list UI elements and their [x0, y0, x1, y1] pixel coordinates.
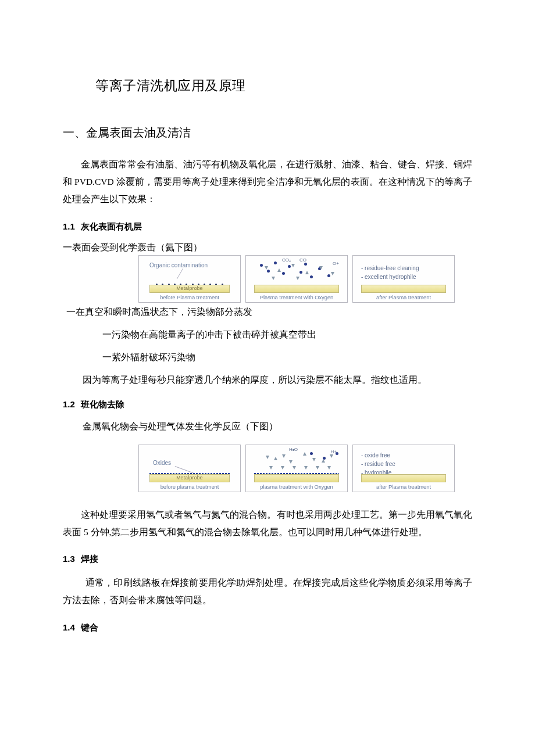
- fig2-panel-before: Oxides before plasma treatment: [138, 445, 241, 492]
- fig2-result-list: - oxide free - residue free - hydrophile: [361, 451, 395, 477]
- item-impact: 一污染物在高能量离子的冲击下被击碎并被真空带出: [102, 329, 472, 341]
- page-title: 等离子清洗机应用及原理: [95, 77, 472, 95]
- subheading-title: 焊接: [81, 554, 98, 565]
- fig2-caption-2: plasma treatment with Oxygen: [246, 484, 347, 490]
- particles: [254, 449, 339, 475]
- para-1-2-after-text: 这种处理要采用氢气或者氢气与氮气的混合物。有时也采用两步处理工艺。第一步先用氧气…: [63, 510, 472, 537]
- subheading-number: 1.3: [63, 554, 75, 565]
- metal-bar: [361, 285, 446, 293]
- subheading-1-4: 1.4 键合: [63, 622, 472, 633]
- intro-paragraph: 金属表面常常会有油脂、油污等有机物及氧化层，在进行溅射、油漆、粘合、键合、焊接、…: [63, 156, 472, 209]
- section-heading-1: 一、金属表面去油及清洁: [63, 125, 472, 141]
- fig1-panel-plasma: CO₂ CO O+ Plasma treatment with Oxygen: [245, 255, 348, 303]
- document-page: 等离子清洗机应用及原理 一、金属表面去油及清洁 金属表面常常会有油脂、油污等有机…: [0, 0, 535, 756]
- item-uv: 一紫外辐射破坏污染物: [102, 352, 472, 364]
- note-thickness: 因为等离子处理每秒只能穿透几个纳米的厚度，所以污染层不能太厚。指纹也适用。: [83, 374, 472, 386]
- metal-bar: [254, 474, 339, 482]
- fig2-caption-1: before plasma treatment: [139, 484, 240, 490]
- subheading-1-1: 1.1 灰化表面有机层: [63, 221, 472, 232]
- subheading-1-3: 1.3 焊接: [63, 554, 472, 565]
- metal-bar: [361, 474, 446, 482]
- fig1-caption-1: before Plasma treatment: [139, 295, 240, 300]
- fig2-caption-3: after Plasma treatment: [353, 484, 454, 490]
- fig1-organic-label: Organic contamination: [149, 263, 208, 268]
- after-fig-line: 一在真空和瞬时高温状态下，污染物部分蒸发: [66, 306, 472, 318]
- metal-bar: [149, 285, 230, 293]
- fig1-panel-before: Organic contamination before Plasma trea…: [138, 255, 241, 303]
- metal-bar: [149, 474, 230, 482]
- metal-bar: [254, 285, 339, 293]
- figure-1: Organic contamination before Plasma trea…: [138, 255, 472, 303]
- intro-text: 金属表面常常会有油脂、油污等有机物及氧化层，在进行溅射、油漆、粘合、键合、焊接、…: [63, 159, 472, 204]
- fig1-caption-2: Plasma treatment with Oxygen: [246, 295, 347, 300]
- subheading-number: 1.1: [63, 221, 75, 232]
- fig1-result-list: - residue-free cleaning - excellent hydr…: [361, 264, 419, 281]
- fig2-oxides-label: Oxides: [153, 460, 171, 466]
- particles: [254, 259, 339, 286]
- figure-2: Oxides before plasma treatment H₂O H+: [138, 445, 472, 492]
- fig2-r2: - residue free: [361, 460, 395, 468]
- lead-line-1-1: 一表面会受到化学轰击（氦下图）: [63, 242, 472, 254]
- para-1-2-after: 这种处理要采用氢气或者氢气与氮气的混合物。有时也采用两步处理工艺。第一步先用氧气…: [63, 506, 472, 541]
- fig1-r2: - excellent hydrophile: [361, 273, 419, 281]
- subheading-number: 1.4: [63, 622, 75, 633]
- subheading-title: 键合: [81, 622, 98, 633]
- para-1-3-text: 通常，印刷线路板在焊接前要用化学助焊剂处理。在焊接完成后这些化学物质必须采用等离…: [63, 578, 472, 605]
- lead-line-1-2: 金属氧化物会与处理气体发生化学反应（下图）: [83, 421, 472, 433]
- fig1-caption-3: after Plasma treatment: [353, 295, 454, 300]
- para-1-3: 通常，印刷线路板在焊接前要用化学助焊剂处理。在焊接完成后这些化学物质必须采用等离…: [63, 574, 472, 609]
- subheading-number: 1.2: [63, 399, 75, 410]
- subheading-title: 班化物去除: [81, 399, 124, 410]
- fig1-r1: - residue-free cleaning: [361, 264, 419, 273]
- fig2-r1: - oxide free: [361, 451, 395, 460]
- subheading-title: 灰化表面有机层: [81, 221, 142, 232]
- fig2-panel-plasma: H₂O H+ plasma treatment with Oxygen: [245, 445, 348, 492]
- fig1-panel-after: - residue-free cleaning - excellent hydr…: [352, 255, 455, 303]
- leader-line: [177, 268, 206, 279]
- fig2-panel-after: - oxide free - residue free - hydrophile…: [352, 445, 455, 492]
- subheading-1-2: 1.2 班化物去除: [63, 399, 472, 410]
